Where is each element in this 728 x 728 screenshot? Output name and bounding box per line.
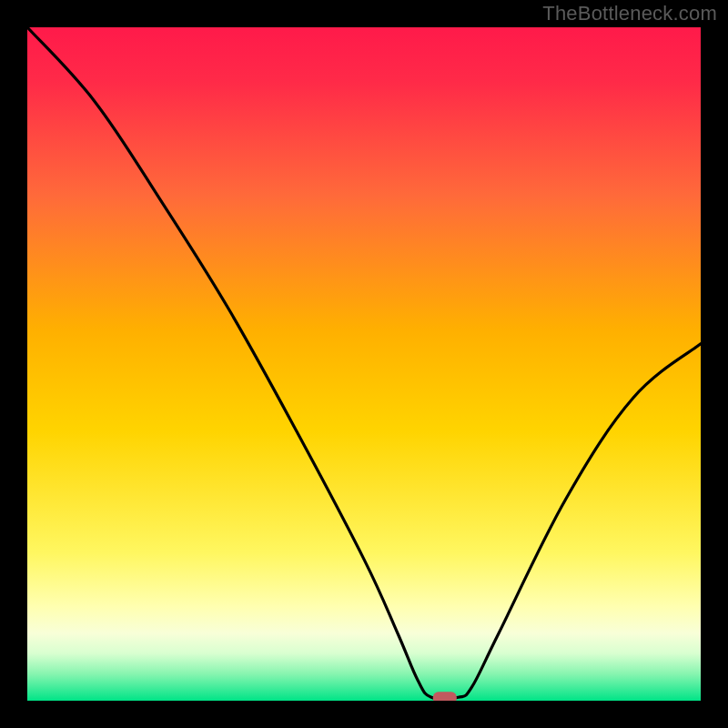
bottleneck-curve-chart — [27, 27, 701, 701]
optimal-point-marker — [433, 692, 457, 701]
attribution-label: TheBottleneck.com — [542, 2, 717, 25]
gradient-background — [27, 27, 701, 701]
chart-frame: TheBottleneck.com — [0, 0, 728, 728]
